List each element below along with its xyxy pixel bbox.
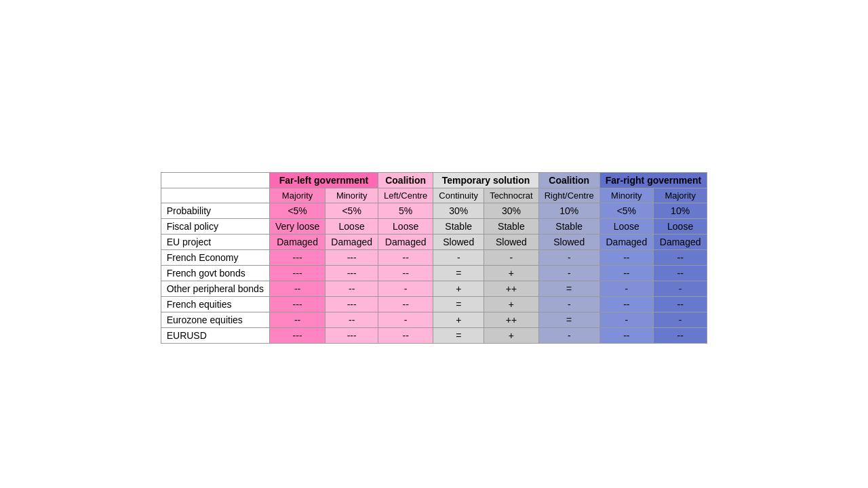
row-label: Eurozone equities: [161, 312, 269, 327]
cell-value: 10%: [538, 203, 599, 218]
col-coal-left: Left/Centre: [378, 188, 433, 203]
row-label: EU project: [161, 234, 269, 249]
cell-value: <5%: [599, 203, 653, 218]
col-fl-minority: Minority: [326, 188, 378, 203]
cell-value: ++: [484, 281, 539, 296]
cell-value: +: [484, 296, 539, 312]
cell-value: ---: [326, 327, 378, 343]
table-row: Eurozone equities-----+++=--: [161, 312, 707, 327]
cell-value: ---: [326, 249, 378, 265]
cell-value: +: [433, 281, 484, 296]
cell-value: -: [378, 312, 433, 327]
row-label: Other peripheral bonds: [161, 281, 269, 296]
cell-value: ---: [269, 249, 325, 265]
cell-value: --: [326, 281, 378, 296]
table-row: Fiscal policyVery looseLooseLooseStableS…: [161, 218, 707, 234]
cell-value: Stable: [538, 218, 599, 234]
table-row: French govt bonds--------=+-----: [161, 265, 707, 281]
cell-value: =: [538, 312, 599, 327]
cell-value: Loose: [378, 218, 433, 234]
row-label: Probability: [161, 203, 269, 218]
table-row: Probability<5%<5%5%30%30%10%<5%10%: [161, 203, 707, 218]
cell-value: --: [378, 265, 433, 281]
cell-value: Slowed: [484, 234, 539, 249]
cell-value: <5%: [269, 203, 325, 218]
cell-value: --: [599, 265, 653, 281]
cell-value: 30%: [433, 203, 484, 218]
table-wrapper: Far-left government Coalition Temporary …: [161, 172, 708, 344]
cell-value: -: [538, 327, 599, 343]
cell-value: -: [599, 312, 653, 327]
header-sub-row: Majority Minority Left/Centre Continuity…: [161, 188, 707, 203]
far-left-gov-header: Far-left government: [269, 172, 378, 188]
table-row: French Economy---------------: [161, 249, 707, 265]
cell-value: Damaged: [653, 234, 707, 249]
col-temp-cont: Continuity: [433, 188, 484, 203]
cell-value: Damaged: [326, 234, 378, 249]
cell-value: -: [538, 249, 599, 265]
cell-value: =: [433, 327, 484, 343]
cell-value: +: [484, 265, 539, 281]
cell-value: =: [538, 281, 599, 296]
row-label: French Economy: [161, 249, 269, 265]
col-fr-majority: Majority: [653, 188, 707, 203]
cell-value: ---: [269, 296, 325, 312]
table-body: Probability<5%<5%5%30%30%10%<5%10%Fiscal…: [161, 203, 707, 343]
cell-value: Damaged: [599, 234, 653, 249]
cell-value: --: [378, 327, 433, 343]
cell-value: Loose: [326, 218, 378, 234]
cell-value: ++: [484, 312, 539, 327]
temp-solution-header: Temporary solution: [433, 172, 538, 188]
coalition-left-header: Coalition: [378, 172, 433, 188]
cell-value: -: [378, 281, 433, 296]
cell-value: -: [538, 265, 599, 281]
main-table: Far-left government Coalition Temporary …: [161, 172, 708, 344]
empty-sub-header: [161, 188, 269, 203]
row-label: Fiscal policy: [161, 218, 269, 234]
cell-value: Damaged: [269, 234, 325, 249]
table-row: French equities--------=+-----: [161, 296, 707, 312]
cell-value: --: [378, 249, 433, 265]
cell-value: -: [599, 281, 653, 296]
cell-value: +: [433, 312, 484, 327]
row-label: EURUSD: [161, 327, 269, 343]
cell-value: --: [378, 296, 433, 312]
cell-value: ---: [326, 265, 378, 281]
cell-value: -: [484, 249, 539, 265]
cell-value: --: [269, 312, 325, 327]
cell-value: -: [653, 312, 707, 327]
cell-value: -: [433, 249, 484, 265]
table-row: Other peripheral bonds-----+++=--: [161, 281, 707, 296]
cell-value: ---: [326, 296, 378, 312]
cell-value: Loose: [599, 218, 653, 234]
cell-value: Very loose: [269, 218, 325, 234]
cell-value: --: [599, 327, 653, 343]
cell-value: +: [484, 327, 539, 343]
cell-value: --: [653, 327, 707, 343]
cell-value: Slowed: [538, 234, 599, 249]
cell-value: <5%: [326, 203, 378, 218]
col-fr-minority: Minority: [599, 188, 653, 203]
cell-value: --: [653, 265, 707, 281]
far-right-gov-header: Far-right government: [599, 172, 707, 188]
cell-value: --: [326, 312, 378, 327]
row-label: French equities: [161, 296, 269, 312]
cell-value: --: [599, 249, 653, 265]
col-fl-majority: Majority: [269, 188, 325, 203]
col-temp-tech: Technocrat: [484, 188, 539, 203]
cell-value: Stable: [484, 218, 539, 234]
cell-value: ---: [269, 265, 325, 281]
cell-value: -: [653, 281, 707, 296]
cell-value: 30%: [484, 203, 539, 218]
cell-value: Loose: [653, 218, 707, 234]
cell-value: --: [599, 296, 653, 312]
cell-value: Damaged: [378, 234, 433, 249]
cell-value: -: [538, 296, 599, 312]
cell-value: 10%: [653, 203, 707, 218]
table-row: EURUSD--------=+-----: [161, 327, 707, 343]
empty-header: [161, 172, 269, 188]
cell-value: Stable: [433, 218, 484, 234]
cell-value: =: [433, 296, 484, 312]
cell-value: --: [269, 281, 325, 296]
table-row: EU projectDamagedDamagedDamagedSlowedSlo…: [161, 234, 707, 249]
